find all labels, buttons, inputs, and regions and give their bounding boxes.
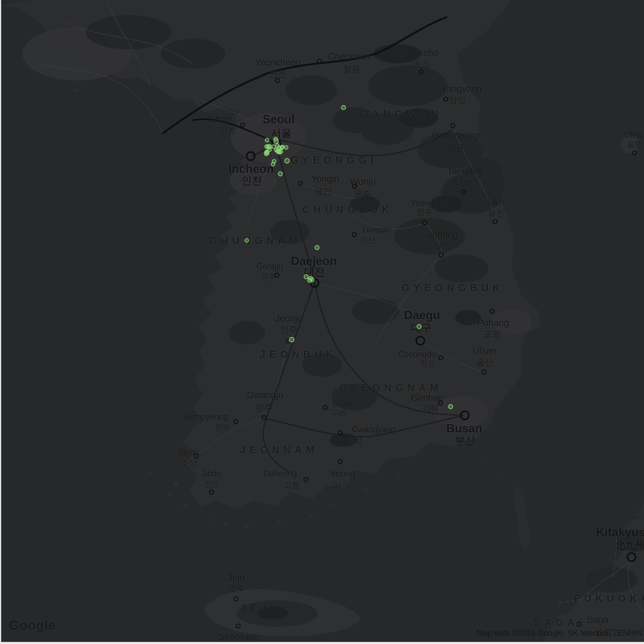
google-logo[interactable]: Google — [9, 618, 56, 633]
data-point-marker[interactable] — [289, 337, 294, 342]
data-point-marker[interactable] — [265, 138, 269, 142]
data-point-marker[interactable] — [276, 149, 280, 154]
data-point-marker[interactable] — [273, 138, 279, 144]
window-edge-left — [0, 0, 1, 644]
map-attribution[interactable]: Map data ©2016 Google, SK telecom, ZENRI… — [477, 629, 642, 638]
map-viewport: GANGWONGYEONGGICHUNGBUKCHUNGNAMGYEONGBUK… — [0, 0, 644, 644]
data-point-marker[interactable] — [448, 404, 453, 409]
data-point-marker[interactable] — [264, 152, 268, 156]
data-point-marker[interactable] — [278, 172, 283, 176]
data-point-marker[interactable] — [315, 245, 319, 250]
data-point-marker[interactable] — [310, 278, 314, 282]
map-canvas[interactable]: GANGWONGYEONGGICHUNGBUKCHUNGNAMGYEONGBUK… — [0, 0, 644, 644]
data-point-marker[interactable] — [271, 162, 275, 166]
markers-layer — [0, 0, 644, 644]
data-point-marker[interactable] — [284, 145, 288, 150]
data-point-marker[interactable] — [284, 158, 290, 163]
data-point-marker[interactable] — [245, 238, 249, 243]
data-point-marker[interactable] — [417, 324, 421, 329]
data-point-marker[interactable] — [304, 274, 308, 279]
window-edge-bottom — [0, 642, 644, 644]
data-point-marker[interactable] — [341, 105, 346, 110]
